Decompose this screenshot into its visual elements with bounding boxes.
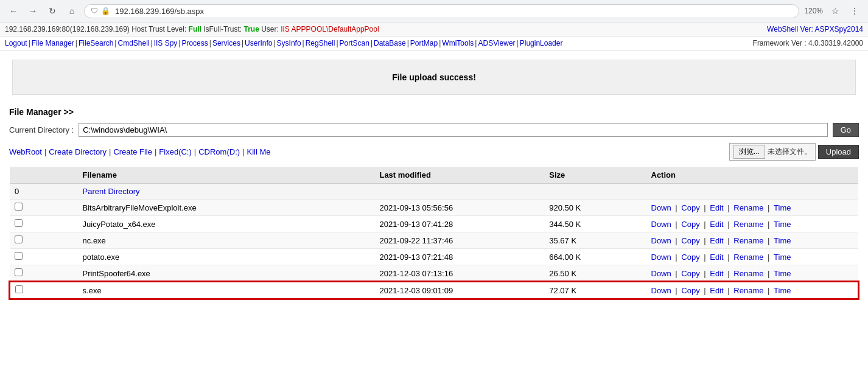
nav-adsviewer[interactable]: ADSViewer (478, 39, 515, 47)
row-checkbox[interactable] (15, 285, 23, 293)
time-link[interactable]: Time (774, 203, 791, 212)
down-link[interactable]: Down (651, 203, 671, 212)
row-checkbox[interactable] (15, 203, 23, 211)
current-dir-row: Current Directory : Go (9, 123, 859, 137)
go-button[interactable]: Go (833, 123, 859, 137)
file-table-header: Filename Last modified Size Action (10, 167, 858, 184)
is-full-trust-label: IsFull-Trust: (203, 25, 243, 33)
rename-link[interactable]: Rename (733, 253, 763, 262)
nav-sep-2: | (75, 39, 77, 47)
create-directory-link[interactable]: Create Directory (49, 147, 107, 156)
rename-link[interactable]: Rename (733, 236, 763, 245)
back-button[interactable]: ← (6, 4, 21, 18)
rename-link[interactable]: Rename (733, 203, 763, 212)
file-manager-title: File Manager >> (9, 107, 859, 117)
parent-dir-link[interactable]: Parent Directory (83, 187, 140, 196)
copy-link[interactable]: Copy (681, 236, 699, 245)
edit-link[interactable]: Edit (710, 253, 723, 262)
edit-link[interactable]: Edit (710, 220, 723, 229)
nav-filesearch[interactable]: FileSearch (79, 39, 113, 47)
row-actions: Down | Copy | Edit | Rename | Time (646, 265, 859, 282)
edit-link[interactable]: Edit (710, 236, 723, 245)
time-link[interactable]: Time (774, 253, 791, 262)
rename-link[interactable]: Rename (733, 269, 763, 278)
edit-link[interactable]: Edit (710, 269, 723, 278)
trust-level: Full (189, 25, 201, 33)
nav-sep-9: | (303, 39, 304, 47)
refresh-button[interactable]: ↻ (45, 4, 60, 18)
nav-database[interactable]: DataBase (374, 39, 406, 47)
nav-sep-12: | (407, 39, 409, 47)
time-link[interactable]: Time (774, 220, 791, 229)
row-checkbox[interactable] (15, 252, 23, 260)
row-filename: JuicyPotato_x64.exe (78, 216, 375, 232)
time-link[interactable]: Time (774, 269, 791, 278)
col-header-filename: Filename (78, 167, 375, 184)
shield-icon: 🛡 (91, 7, 98, 15)
row-checkbox[interactable] (15, 219, 23, 227)
user-value: IIS APPPOOL\DefaultAppPool (281, 25, 379, 33)
host-trust-label: Host Trust Level: (131, 25, 188, 33)
row-actions: Down | Copy | Edit | Rename | Time (646, 216, 859, 232)
edit-link[interactable]: Edit (710, 286, 723, 295)
nav-wmitools[interactable]: WmiTools (442, 39, 474, 47)
down-link[interactable]: Down (651, 253, 671, 262)
row-size: 26.50 K (544, 265, 646, 282)
row-modified (374, 184, 544, 200)
row-checkbox[interactable] (15, 235, 23, 243)
nav-file-manager[interactable]: File Manager (32, 39, 74, 47)
row-check (10, 232, 78, 249)
row-actions: Down | Copy | Edit | Rename | Time (646, 200, 859, 216)
table-row: PrintSpoofer64.exe 2021-12-03 07:13:16 2… (10, 265, 858, 282)
nav-process[interactable]: Process (181, 39, 208, 47)
create-file-link[interactable]: Create File (113, 147, 152, 156)
time-link[interactable]: Time (774, 236, 791, 245)
down-link[interactable]: Down (651, 269, 671, 278)
row-modified: 2021-09-13 07:21:48 (374, 249, 544, 265)
time-link[interactable]: Time (774, 286, 791, 295)
browse-button[interactable]: 浏览... (733, 145, 765, 159)
upload-button[interactable]: Upload (818, 145, 859, 159)
file-input-area: 浏览... 未选择文件。 (729, 143, 816, 161)
down-link[interactable]: Down (651, 236, 671, 245)
copy-link[interactable]: Copy (681, 253, 699, 262)
nav-sep-14: | (475, 39, 477, 47)
rename-link[interactable]: Rename (733, 220, 763, 229)
copy-link[interactable]: Copy (681, 286, 699, 295)
forward-button[interactable]: → (26, 4, 40, 18)
rename-link[interactable]: Rename (733, 286, 763, 295)
nav-regshell[interactable]: RegShell (306, 39, 335, 47)
nav-cmdshell[interactable]: CmdShell (117, 39, 149, 47)
nav-logout[interactable]: Logout (5, 39, 27, 47)
address-bar[interactable]: 🛡 🔒 192.168.239.169/sb.aspx (84, 4, 799, 18)
cdrom-d-link[interactable]: CDRom(D:) (198, 147, 240, 156)
webshell-ver-link[interactable]: WebShell Ver: ASPXSpy2014 (767, 25, 863, 33)
nav-portscan[interactable]: PortScan (340, 39, 369, 47)
current-dir-input[interactable] (79, 123, 827, 137)
home-button[interactable]: ⌂ (65, 4, 79, 18)
fixed-c-link[interactable]: Fixed(C:) (159, 147, 191, 156)
nav-pluginloader[interactable]: PluginLoader (520, 39, 563, 47)
nav-iis-spy[interactable]: IIS Spy (154, 39, 178, 47)
down-link[interactable]: Down (651, 220, 671, 229)
menu-button[interactable]: ⋮ (847, 4, 862, 18)
file-table-body: 0 Parent Directory BitsArbitraryFileMove… (10, 184, 858, 299)
row-actions: Down | Copy | Edit | Rename | Time (646, 232, 859, 249)
nav-portmap[interactable]: PortMap (410, 39, 438, 47)
copy-link[interactable]: Copy (681, 203, 699, 212)
row-checkbox[interactable] (15, 268, 23, 276)
no-file-text: 未选择文件。 (768, 147, 811, 157)
kill-me-link[interactable]: Kill Me (247, 147, 270, 156)
edit-link[interactable]: Edit (710, 203, 723, 212)
copy-link[interactable]: Copy (681, 220, 699, 229)
file-manager-section: File Manager >> Current Directory : Go W… (0, 104, 868, 302)
webroot-link[interactable]: WebRoot (9, 147, 42, 156)
current-dir-label: Current Directory : (9, 125, 74, 134)
nav-userinfo[interactable]: UserInfo (245, 39, 272, 47)
copy-link[interactable]: Copy (681, 269, 699, 278)
nav-services[interactable]: Services (212, 39, 240, 47)
nav-sysinfo[interactable]: SysInfo (277, 39, 301, 47)
down-link[interactable]: Down (651, 286, 671, 295)
star-button[interactable]: ☆ (828, 4, 842, 18)
row-actions: Down | Copy | Edit | Rename | Time (646, 249, 859, 265)
